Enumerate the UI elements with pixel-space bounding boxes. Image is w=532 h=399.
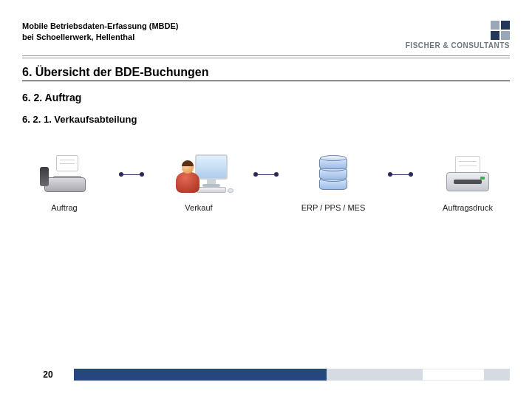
flow-node-verkauf: Verkauf bbox=[154, 154, 243, 212]
subsection-2: 6. 2. 1. Verkaufsabteilung bbox=[22, 114, 510, 125]
fax-icon bbox=[40, 154, 89, 196]
flow-connector bbox=[388, 172, 413, 177]
slide-header: Mobile Betriebsdaten-Erfassung (MBDE) be… bbox=[0, 0, 532, 54]
flow-connector bbox=[119, 172, 144, 177]
page-number: 20 bbox=[22, 369, 74, 380]
person-monitor-icon bbox=[170, 154, 228, 196]
flow-node-erp: ERP / PPS / MES bbox=[289, 154, 378, 212]
flow-label: ERP / PPS / MES bbox=[301, 203, 366, 212]
subsection-1: 6. 2. Auftrag bbox=[22, 92, 510, 103]
database-icon bbox=[315, 154, 352, 196]
flow-label: Verkauf bbox=[185, 203, 212, 212]
header-line1: Mobile Betriebsdaten-Erfassung (MBDE) bbox=[22, 21, 178, 32]
flow-connector bbox=[253, 172, 279, 177]
flow-label: Auftrag bbox=[51, 203, 77, 212]
header-left: Mobile Betriebsdaten-Erfassung (MBDE) be… bbox=[22, 21, 178, 43]
header-rule-top bbox=[22, 55, 510, 56]
flow-node-auftragsdruck: Auftragsdruck bbox=[423, 154, 512, 212]
logo-squares-icon bbox=[491, 31, 510, 40]
slide-footer: 20 bbox=[22, 366, 510, 383]
printer-icon bbox=[443, 154, 492, 196]
footer-progress-bar bbox=[74, 369, 510, 381]
process-flow: Auftrag Verkauf ERP / PPS / MES bbox=[0, 154, 532, 212]
header-line2: bei Schoellerwerk, Hellenthal bbox=[22, 32, 178, 43]
company-logo: FISCHER & CONSULTANTS bbox=[406, 21, 510, 50]
flow-label: Auftragsdruck bbox=[443, 203, 493, 212]
flow-node-auftrag: Auftrag bbox=[20, 154, 109, 212]
section-title: 6. Übersicht der BDE-Buchungen bbox=[22, 66, 510, 81]
logo-text: FISCHER & CONSULTANTS bbox=[406, 41, 510, 50]
logo-squares-icon bbox=[491, 21, 510, 30]
header-rule-bottom bbox=[22, 58, 510, 58]
